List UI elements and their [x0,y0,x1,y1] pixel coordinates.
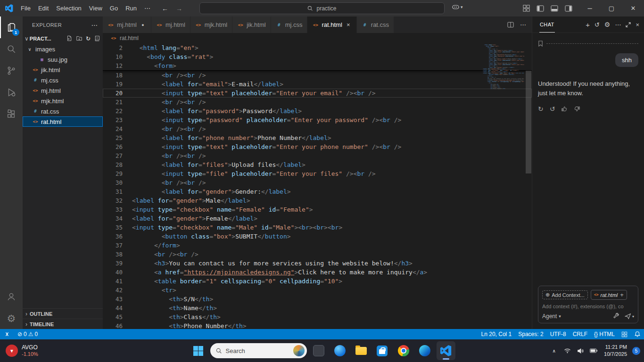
battery-icon[interactable] [588,345,599,357]
thumbs-up-icon[interactable] [561,106,568,112]
ports-icon[interactable] [618,329,631,339]
code-line[interactable]: 45 <th>Class</th> [103,313,532,321]
editor-tab[interactable]: <> mj.html ● × [151,16,190,33]
code-line[interactable]: 2 <html lang="en"> [103,43,532,52]
maximize-icon[interactable]: ▢ [601,0,622,16]
problems-indicator[interactable]: ⊘ 0 ⚠ 0 [14,329,41,339]
code-line[interactable]: 33<input type="checkbox" name="Female" i… [103,205,532,214]
menu-item[interactable]: Run [122,3,140,13]
close-window-icon[interactable]: ✕ [622,0,644,16]
line-number[interactable]: 37 [103,241,123,250]
edge-icon[interactable] [415,341,434,360]
code-text[interactable]: <button class="box">SUBMIT</button> [132,232,291,241]
file-tree-item[interactable]: <> jik.html [23,65,103,75]
explorer-more-icon[interactable]: ⋯ [91,21,98,29]
notification-count-badge[interactable]: 5 [632,347,640,355]
toggle-panel-icon[interactable] [551,5,558,12]
chat-more-icon[interactable]: ⋯ [615,21,621,28]
line-number[interactable]: 2 [103,43,123,52]
code-line[interactable]: 26 <input type="text" placeholder="Enter… [103,142,532,151]
agent-mode-dropdown[interactable]: Agent ▾ [542,313,561,320]
undo-icon[interactable]: ↺ [550,105,555,113]
code-text[interactable]: <h3>You can contact us for more services… [132,259,413,268]
code-text[interactable]: <label for="gender">Gender:</label> [132,187,291,196]
chrome-icon[interactable] [394,341,413,360]
new-folder-icon[interactable] [76,35,83,41]
line-number[interactable]: 19 [103,80,123,89]
code-text[interactable]: <br /><br /> [132,124,206,133]
volume-icon[interactable] [575,345,586,357]
code-text[interactable]: <body class="rat"> [132,52,213,61]
code-line[interactable]: 38 <br /><br /> [103,250,532,259]
editor-tab[interactable]: <> rat.html ● × [307,16,356,33]
file-tree-item[interactable]: ▦ suu.jpg [23,54,103,65]
chat-history-icon[interactable]: ↺ [594,21,600,28]
code-line[interactable]: 27 <br /><br /> [103,151,532,160]
toggle-sidebar-icon[interactable] [537,5,544,12]
send-button[interactable]: ▾ [625,313,634,320]
code-text[interactable]: <label for="email">E-mail</label> [132,80,283,89]
menu-overflow-icon[interactable]: ⋯ [140,3,154,13]
code-text[interactable]: <th>Name</th> [132,304,217,313]
line-number[interactable]: 12 [103,61,123,70]
code-lines[interactable]: 18 <br /><br />19 <label for="email">E-m… [103,71,532,329]
code-line[interactable]: 30 <br /><br /> [103,178,532,187]
code-line[interactable]: 18 <br /><br /> [103,71,532,80]
search-activity-icon[interactable] [0,38,23,60]
code-line[interactable]: 44 <th>Name</th> [103,304,532,313]
line-number[interactable]: 41 [103,277,123,286]
code-line[interactable]: 32<label for="gender">Male</label> [103,196,532,205]
file-tree-item[interactable]: # rat.css [23,106,103,116]
code-line[interactable]: 37 </form> [103,241,532,250]
search-highlight-image[interactable] [293,345,305,356]
back-icon[interactable]: ← [162,5,168,12]
breadcrumb[interactable]: <> rat.html [103,33,532,43]
code-line[interactable]: 23 <input type="password" placeholder="E… [103,115,532,124]
code-text[interactable]: <th>S/N</th> [132,295,213,304]
microsoft-store-icon[interactable] [373,341,392,360]
code-line[interactable]: 24 <br /><br /> [103,124,532,133]
code-text[interactable]: <input type="text" placeholder="Enter yo… [132,89,376,98]
code-text[interactable]: <label for="gender">Male</label> [132,196,250,205]
explorer-activity-icon[interactable]: 1 [0,16,23,38]
code-text[interactable]: <th>Class</th> [132,313,221,321]
add-context-button[interactable]: ⊕ Add Context... [542,290,588,299]
line-number[interactable]: 39 [103,259,123,268]
code-editor[interactable]: 2 <html lang="en">10 <body class="rat">1… [103,43,532,329]
line-number[interactable]: 10 [103,52,123,61]
code-text[interactable]: <input type="text" placeholder="Enter yo… [132,142,401,151]
remote-indicator[interactable] [0,329,14,339]
line-number[interactable]: 31 [103,187,123,196]
eol-setting[interactable]: CRLF [570,329,591,339]
code-text[interactable]: </form> [132,241,180,250]
line-number[interactable]: 45 [103,313,123,321]
chat-input-box[interactable]: ⊕ Add Context... <> rat.html + Agent ▾ [538,286,638,323]
code-line[interactable]: 19 <label for="email">E-mail</label> [103,80,532,89]
editor-tab[interactable]: # rat.css ● × [357,16,394,33]
sidebar-panel-header[interactable]: › TIMELINE [23,319,103,329]
line-number[interactable]: 30 [103,178,123,187]
editor-tab[interactable]: <> mj.html ● × [103,16,151,33]
file-tree-item[interactable]: # mj.css [23,75,103,85]
code-line[interactable]: 28 <label for="files">Upload files</labe… [103,160,532,169]
code-line[interactable]: 20 <input type="text" placeholder="Enter… [103,89,532,98]
split-editor-icon[interactable] [507,22,514,28]
clock[interactable]: 11:21 PM 10/7/2025 [604,344,627,358]
line-number[interactable]: 33 [103,205,123,214]
code-text[interactable]: <label for="files">Upload files</label> [132,160,305,169]
line-number[interactable]: 44 [103,304,123,313]
code-line[interactable]: 10 <body class="rat"> [103,52,532,61]
editor-tab[interactable]: <> mjk.html ● × [190,16,232,33]
code-line[interactable]: 22 <label for="password">Password</label… [103,107,532,115]
add-file-icon[interactable]: + [620,291,624,298]
cursor-position[interactable]: Ln 20, Col 1 [478,329,515,339]
editor-scrollbar[interactable] [525,43,532,329]
extensions-activity-icon[interactable] [0,103,23,125]
code-line[interactable]: 39 <h3>You can contact us for more servi… [103,259,532,268]
retry-icon[interactable]: ↻ [538,105,544,113]
chat-settings-icon[interactable]: ⚙ [604,21,611,28]
new-file-icon[interactable] [66,35,73,41]
line-number[interactable]: 26 [103,142,123,151]
code-line[interactable]: 43 <th>S/N</th> [103,295,532,304]
account-icon[interactable] [0,286,23,307]
